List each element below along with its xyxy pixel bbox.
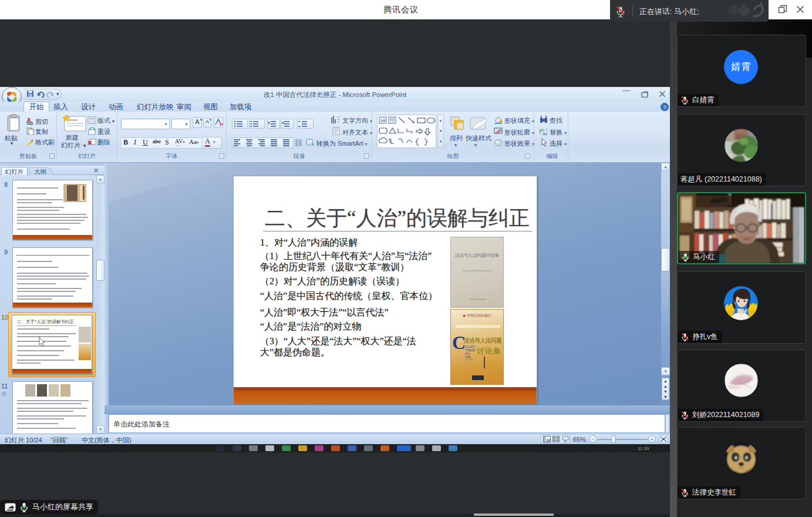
svg-text:?: ? [663, 105, 666, 110]
svg-text:ac: ac [543, 131, 547, 136]
